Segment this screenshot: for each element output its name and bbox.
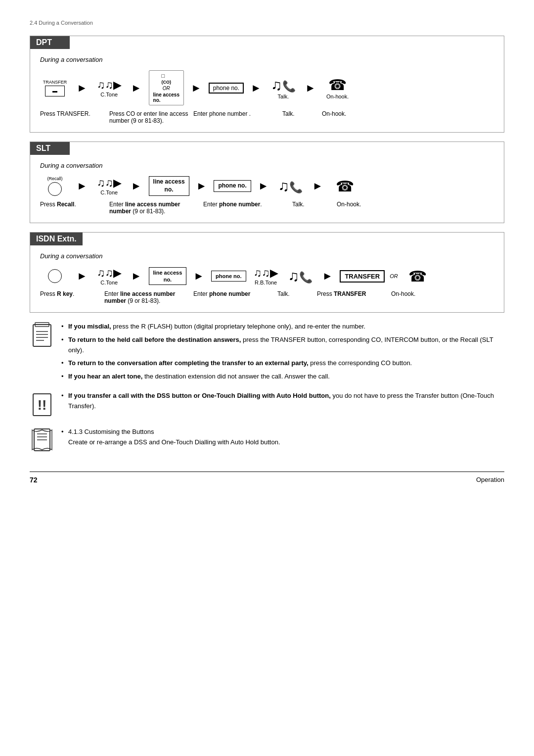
note2: To return to the held call before the de… <box>61 335 504 356</box>
slt-desc-row: Press Recall. Enter line access numbernu… <box>40 201 494 215</box>
slt-arrow3: ► <box>196 180 207 192</box>
isdn-desc4: Talk. <box>277 290 317 297</box>
dpt-arrow5: ► <box>305 82 316 94</box>
dpt-section: DPT During a conversation TRANSFER ▬ ► ♫… <box>30 36 504 133</box>
dpt-desc2: Press CO or enter line access number (9 … <box>109 110 193 124</box>
isdn-arrow5: ► <box>322 270 333 283</box>
isdn-section: ISDN Extn. During a conversation ► ♫♫▶ C… <box>30 232 504 313</box>
slt-arrow2: ► <box>131 180 142 192</box>
isdn-phoneno-step: phone no. <box>211 271 246 282</box>
isdn-talk-step: ♫📞 <box>286 268 315 284</box>
isdn-desc-row: Press R key. Enter line access numbernum… <box>40 290 494 304</box>
isdn-arrow3: ► <box>193 270 204 283</box>
dpt-arrow3: ► <box>191 82 202 94</box>
isdn-rkey-step <box>40 269 70 283</box>
slt-desc2: Enter line access numbernumber (9 or 81-… <box>109 201 203 215</box>
dpt-desc-row: Press TRANSFER. Press CO or enter line a… <box>40 110 494 124</box>
ref-icon <box>30 427 54 457</box>
dpt-talk-step: ♫📞 Talk. <box>268 77 298 99</box>
warning-item: If you transfer a call with the DSS butt… <box>61 391 504 412</box>
footer-right: Operation <box>476 476 504 483</box>
isdn-title: ISDN Extn. <box>30 233 83 245</box>
isdn-flow-row: ► ♫♫▶ C.Tone ► line accessno. ► phone no… <box>40 267 494 285</box>
warning-text: If you transfer a call with the DSS butt… <box>61 391 504 415</box>
slt-arrow1: ► <box>77 180 88 192</box>
isdn-transfer-step: TRANSFER <box>340 270 385 283</box>
dpt-ctone-step: ♫♫▶ C.Tone <box>94 79 124 97</box>
dpt-desc1: Press TRANSFER. <box>40 110 109 117</box>
isdn-onhook-step: ☎ <box>403 268 433 285</box>
dpt-phoneno-step: phone no. <box>209 83 244 94</box>
isdn-arrow1: ► <box>77 270 88 283</box>
dpt-onhook-step: ☎ On-hook. <box>323 76 353 99</box>
slt-phoneno-step: phone no. <box>214 180 251 192</box>
slt-desc5: On-hook. <box>337 201 494 208</box>
slt-subtitle: During a conversation <box>40 162 494 169</box>
dpt-transfer-step: TRANSFER ▬ <box>40 80 70 96</box>
ref-section: 4.1.3 Customising the Buttons Create or … <box>30 427 504 457</box>
isdn-rbtone-step: ♫♫▶ R.B.Tone <box>251 267 281 285</box>
slt-arrow5: ► <box>312 180 323 192</box>
page-number: 72 <box>30 476 38 484</box>
dpt-desc3: Enter phone number . <box>193 110 282 117</box>
dpt-desc4: Talk. <box>282 110 322 117</box>
page-header: 2.4 During a Conversation <box>30 20 504 26</box>
page-footer: 72 Operation <box>30 472 504 484</box>
dpt-flow-row: TRANSFER ▬ ► ♫♫▶ C.Tone ► □(CO) OR line … <box>40 70 494 105</box>
notes-text-block: If you misdial, press the R (FLASH) butt… <box>61 322 504 385</box>
isdn-ctone-step: ♫♫▶ C.Tone <box>94 267 124 285</box>
slt-flow-row: (Recall) ► ♫♫▶ C.Tone ► line accessno. ►… <box>40 176 494 196</box>
dpt-arrow4: ► <box>251 82 262 94</box>
slt-desc1: Press Recall. <box>40 201 109 208</box>
slt-section: SLT During a conversation (Recall) ► ♫♫▶… <box>30 142 504 223</box>
ref-item: 4.1.3 Customising the Buttons Create or … <box>61 427 280 448</box>
isdn-desc2: Enter line access numbernumber (9 or 81-… <box>104 290 193 304</box>
note1: If you misdial, press the R (FLASH) butt… <box>61 322 504 332</box>
dpt-subtitle: During a conversation <box>40 56 494 63</box>
slt-desc4: Talk. <box>292 201 337 208</box>
slt-onhook-step: ☎ <box>330 178 359 195</box>
isdn-or: OR <box>390 273 398 279</box>
dpt-desc5: On-hook. <box>322 110 494 117</box>
warning-section: !! If you transfer a call with the DSS b… <box>30 391 504 421</box>
isdn-desc5: Press TRANSFER <box>317 290 391 297</box>
note3: To return to the conversation after comp… <box>61 358 504 369</box>
isdn-subtitle: During a conversation <box>40 252 494 260</box>
note4: If you hear an alert tone, the destinati… <box>61 372 504 382</box>
isdn-desc6: On-hook. <box>391 290 494 297</box>
dpt-arrow1: ► <box>77 82 88 94</box>
isdn-desc1: Press R key. <box>40 290 104 297</box>
slt-lineaccess-step: line accessno. <box>149 176 189 195</box>
dpt-title: DPT <box>30 36 70 49</box>
isdn-arrow2: ► <box>131 270 142 283</box>
note-icon <box>30 322 54 352</box>
dpt-co-block: □(CO) OR line accessno. <box>149 70 184 105</box>
isdn-lineaccess-step: line accessno. <box>149 267 187 285</box>
slt-title: SLT <box>30 142 70 155</box>
isdn-desc3: Enter phone number <box>193 290 277 297</box>
warning-icon: !! <box>30 391 54 421</box>
ref-text-block: 4.1.3 Customising the Buttons Create or … <box>61 427 280 451</box>
svg-rect-0 <box>33 325 51 346</box>
notes-section: If you misdial, press the R (FLASH) butt… <box>30 322 504 385</box>
slt-talk-step: ♫📞 <box>276 178 306 194</box>
slt-desc3: Enter phone number. <box>203 201 292 208</box>
slt-arrow4: ► <box>258 180 269 192</box>
dpt-arrow2: ► <box>131 82 142 94</box>
svg-text:!!: !! <box>38 397 47 413</box>
slt-recall-step: (Recall) <box>40 176 70 196</box>
slt-ctone-step: ♫♫▶ C.Tone <box>94 177 124 195</box>
